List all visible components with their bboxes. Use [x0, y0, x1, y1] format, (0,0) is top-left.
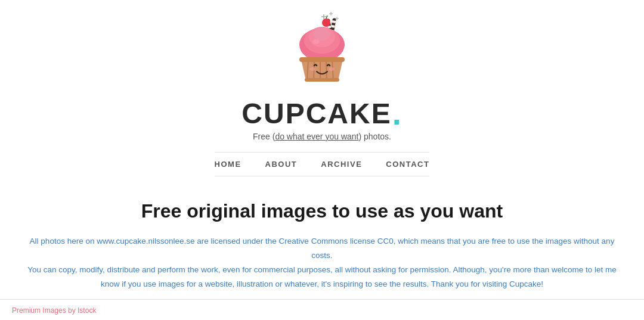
svg-line-15 — [326, 15, 327, 18]
description-part1: All photos here on www.cupcake.nilssonle… — [30, 237, 615, 260]
svg-point-19 — [314, 27, 330, 41]
header: CUPCAKE . Free (do what ever you want) p… — [215, 0, 430, 200]
tagline-after: ) photos. — [358, 132, 391, 141]
footer-text: Premium Images by Istock — [12, 306, 96, 315]
description-part3: know if you use images for a website, il… — [101, 279, 543, 288]
nav-item-about[interactable]: ABOUT — [265, 160, 298, 169]
site-title-text: CUPCAKE — [242, 100, 391, 128]
description-part2: You can copy, modify, distribute and per… — [27, 265, 617, 274]
tagline-link[interactable]: do what ever you want — [275, 132, 358, 141]
page-wrapper: CUPCAKE . Free (do what ever you want) p… — [0, 0, 644, 292]
svg-rect-27 — [305, 78, 339, 82]
tagline-before: Free ( — [253, 132, 275, 141]
tagline: Free (do what ever you want) photos. — [253, 132, 391, 141]
nav-item-contact[interactable]: CONTACT — [386, 160, 429, 169]
description: All photos here on www.cupcake.nilssonle… — [24, 234, 620, 292]
nav-item-archive[interactable]: ARCHIVE — [321, 160, 362, 169]
svg-line-24 — [326, 60, 327, 80]
sparkles — [321, 12, 339, 20]
cupcake-icon — [283, 12, 361, 95]
site-title-dot: . — [392, 99, 402, 128]
svg-point-14 — [322, 18, 330, 27]
site-title: CUPCAKE . — [242, 99, 402, 128]
svg-rect-26 — [299, 57, 345, 62]
navigation: HOME ABOUT ARCHIVE CONTACT — [215, 152, 430, 176]
nav-item-home[interactable]: HOME — [215, 160, 242, 169]
hero-heading: Free original images to use as you want — [141, 200, 503, 222]
footer: Premium Images by Istock — [0, 299, 644, 320]
logo-image — [283, 12, 361, 95]
footer-link[interactable]: Premium Images by Istock — [12, 306, 96, 315]
svg-point-20 — [312, 39, 320, 44]
svg-point-28 — [309, 67, 315, 71]
main-content: Free original images to use as you want … — [12, 200, 632, 292]
svg-point-29 — [329, 67, 335, 71]
